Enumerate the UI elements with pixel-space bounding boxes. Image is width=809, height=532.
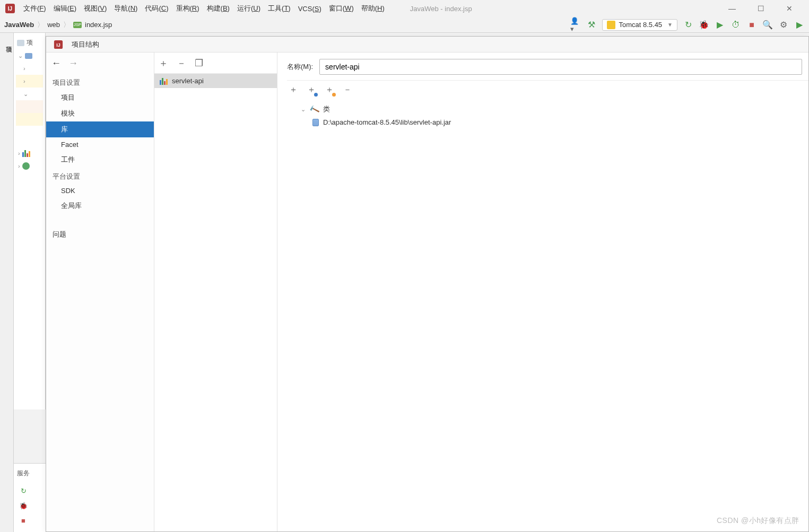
search-icon[interactable]: 🔍: [762, 20, 773, 30]
add-download-button[interactable]: ＋: [307, 84, 316, 95]
services-tool-window[interactable]: 服务 ↻ 🐞 ■: [14, 463, 46, 532]
name-label: 名称(M):: [287, 62, 313, 72]
profile-icon[interactable]: ⏱: [730, 20, 741, 30]
menu-tools[interactable]: 工具(T): [265, 2, 294, 15]
menu-help[interactable]: 帮助(H): [358, 2, 388, 15]
cat-sdk[interactable]: SDK: [46, 184, 154, 198]
run-anything-icon[interactable]: ▶: [794, 20, 805, 30]
user-icon[interactable]: 👤▾: [570, 20, 581, 30]
toolbar-right: 👤▾ ⚒ Tomcat 8.5.45 ▼ ↻ 🐞 ▶ ⏱ ■ 🔍 ⚙ ▶: [570, 19, 805, 31]
cat-facets[interactable]: Facet: [46, 137, 154, 152]
chevron-right-icon: ›: [23, 65, 25, 72]
breadcrumb-file[interactable]: index.jsp: [85, 21, 112, 29]
project-tab[interactable]: 项目: [4, 37, 14, 46]
tree-row[interactable]: [16, 100, 43, 113]
menu-code[interactable]: 代码(C): [142, 2, 171, 15]
app-icon: IJ: [5, 4, 15, 13]
tree-root-label: 类: [323, 104, 330, 114]
folder-icon: [25, 53, 32, 59]
library-roots-tree: ⌄ 🔨 类 D:\apache-tomcat-8.5.45\lib\servle…: [287, 99, 808, 133]
remove-root-button[interactable]: －: [343, 84, 352, 95]
breadcrumb-folder[interactable]: web: [47, 21, 60, 29]
window-controls: — ☐ ✕: [724, 4, 806, 13]
tree-row[interactable]: ⌄: [16, 88, 43, 100]
stop-icon[interactable]: ■: [746, 20, 757, 30]
cat-artifacts[interactable]: 工件: [46, 152, 154, 168]
project-header-icon: [17, 40, 24, 46]
dialog-nav-toolbar: ← →: [46, 53, 154, 74]
project-tool-window[interactable]: 项 ⌄ › › ⌄ › ›: [14, 33, 46, 409]
tree-row[interactable]: ›: [16, 160, 43, 172]
classes-hammer-icon: 🔨: [309, 104, 320, 115]
debug-bug-icon[interactable]: 🐞: [17, 499, 30, 512]
menu-window[interactable]: 窗口(W): [326, 2, 357, 15]
tree-row[interactable]: ›: [16, 147, 43, 160]
tomcat-icon: [607, 21, 615, 29]
stop-square-icon[interactable]: ■: [17, 514, 30, 527]
jsp-file-icon: JSP: [73, 22, 82, 28]
build-hammer-icon[interactable]: ⚒: [586, 20, 597, 30]
rerun-icon[interactable]: ↻: [17, 484, 30, 497]
chevron-right-icon: ›: [23, 78, 25, 84]
forward-arrow-icon[interactable]: →: [68, 58, 78, 69]
add-specify-button[interactable]: ＋: [325, 84, 334, 95]
debug-icon[interactable]: 🐞: [699, 20, 709, 30]
cat-project[interactable]: 项目: [46, 90, 154, 106]
library-name: servlet-api: [172, 77, 204, 85]
project-header-label: 项: [27, 38, 33, 47]
cat-libraries[interactable]: 库: [46, 121, 154, 137]
close-button[interactable]: ✕: [781, 4, 797, 13]
run-config-selector[interactable]: Tomcat 8.5.45 ▼: [602, 19, 677, 31]
copy-library-button[interactable]: ❐: [195, 57, 203, 69]
add-root-button[interactable]: ＋: [289, 84, 298, 95]
menu-navigate[interactable]: 导航(N): [111, 2, 141, 15]
dialog-title: 项目结构: [72, 40, 99, 49]
breadcrumb-sep-icon: 〉: [63, 20, 70, 30]
menubar: IJ 文件(F) 编辑(E) 视图(V) 导航(N) 代码(C) 重构(R) 构…: [0, 0, 809, 17]
menu-file[interactable]: 文件(F): [20, 2, 49, 15]
chevron-down-icon: ⌄: [18, 53, 23, 59]
coverage-run-icon[interactable]: ▶: [715, 20, 725, 30]
breadcrumb-project[interactable]: JavaWeb: [4, 21, 34, 29]
dialog-app-icon: IJ: [54, 40, 63, 48]
menu-vcs[interactable]: VCS(S): [295, 3, 325, 15]
tree-row[interactable]: ›: [16, 75, 43, 88]
menu-run[interactable]: 运行(U): [234, 2, 264, 15]
tree-classes-root[interactable]: ⌄ 🔨 类: [289, 102, 804, 116]
library-name-input[interactable]: [319, 59, 802, 75]
cat-problems[interactable]: 问题: [46, 226, 154, 242]
breadcrumb-sep-icon: 〉: [37, 20, 44, 30]
chevron-right-icon: ›: [18, 150, 20, 156]
back-arrow-icon[interactable]: ←: [51, 58, 61, 69]
dialog-title-bar: IJ 项目结构: [46, 37, 808, 53]
left-rail: 项目: [0, 33, 14, 532]
chevron-down-icon: ⌄: [301, 106, 306, 113]
settings-gear-icon[interactable]: ⚙: [778, 20, 789, 30]
chevron-down-icon: ⌄: [23, 91, 28, 98]
project-panel-header: 项: [16, 36, 43, 49]
cat-modules[interactable]: 模块: [46, 106, 154, 121]
chevron-right-icon: ›: [18, 163, 20, 169]
tree-row[interactable]: ›: [16, 62, 43, 75]
tree-row[interactable]: ⌄: [16, 49, 43, 62]
menu-view[interactable]: 视图(V): [81, 2, 110, 15]
jar-path-label: D:\apache-tomcat-8.5.45\lib\servlet-api.…: [323, 118, 451, 126]
library-detail-panel: 名称(M): ＋ ＋ ＋ － ⌄ 🔨 类 D:\apache-tomcat-8.…: [277, 53, 808, 531]
cat-global-libs[interactable]: 全局库: [46, 198, 154, 214]
add-library-button[interactable]: ＋: [159, 57, 168, 69]
library-icon: [22, 150, 31, 157]
maximize-button[interactable]: ☐: [753, 4, 769, 13]
dialog-category-panel: ← → 项目设置 项目 模块 库 Facet 工件 平台设置 SDK 全局库 问…: [46, 53, 154, 531]
window-title: JavaWeb - index.jsp: [410, 5, 472, 13]
library-roots-toolbar: ＋ ＋ ＋ －: [287, 80, 808, 99]
remove-library-button[interactable]: －: [177, 57, 186, 69]
run-config-label: Tomcat 8.5.45: [619, 21, 662, 29]
menu-edit[interactable]: 编辑(E): [50, 2, 80, 15]
tree-row[interactable]: [16, 113, 43, 126]
minimize-button[interactable]: —: [724, 4, 740, 13]
tree-jar-item[interactable]: D:\apache-tomcat-8.5.45\lib\servlet-api.…: [289, 116, 804, 128]
library-list-item[interactable]: servlet-api: [154, 74, 277, 88]
menu-refactor[interactable]: 重构(R): [173, 2, 203, 15]
run-icon[interactable]: ↻: [683, 20, 693, 30]
menu-build[interactable]: 构建(B): [204, 2, 233, 15]
